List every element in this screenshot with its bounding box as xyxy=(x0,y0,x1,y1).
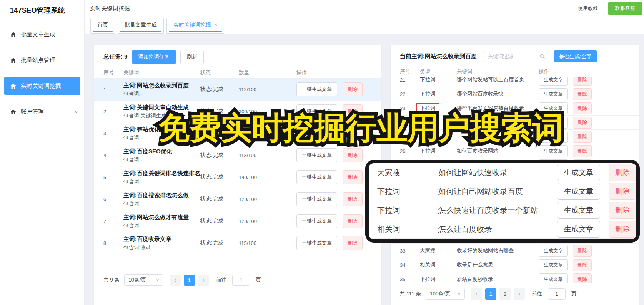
delete-button[interactable]: 删除 xyxy=(343,104,363,118)
keyword-type: 相关词 xyxy=(374,224,438,235)
generate-article-button[interactable]: 生成文章 xyxy=(539,245,568,257)
include-words: 包含词:收录 xyxy=(123,244,200,251)
next-page-button[interactable]: › xyxy=(514,288,525,300)
prev-page-button[interactable]: ‹ xyxy=(471,288,482,300)
page-number-button[interactable]: 1 xyxy=(184,275,195,286)
delete-button[interactable]: 删除 xyxy=(573,145,592,157)
table-row[interactable]: 23 下拉词 哪些平台发文容易被百度收录 生成文章 删除 xyxy=(391,101,639,116)
include-words: 包含词:- xyxy=(123,222,200,229)
next-page-button[interactable]: › xyxy=(198,275,209,286)
delete-button[interactable]: 删除 xyxy=(343,148,363,162)
main-keyword: 主词:百度搜索排名怎么做 xyxy=(123,191,200,199)
col-no: 序号 xyxy=(103,69,123,76)
refresh-button[interactable]: 刷新 xyxy=(180,50,204,64)
sidebar-item-label: 实时关键词挖掘 xyxy=(21,82,61,90)
delete-button[interactable]: 删除 xyxy=(573,273,592,283)
generate-article-button[interactable]: 生成文章 xyxy=(539,145,568,157)
include-words: 包含词:- xyxy=(123,178,200,185)
delete-button[interactable]: 删除 xyxy=(573,131,592,143)
generate-articles-button[interactable]: 一键生成文章 xyxy=(296,104,337,118)
generate-article-button[interactable]: 生成文章 xyxy=(539,88,568,100)
page-size-select[interactable]: 100条/页∨ xyxy=(426,288,465,300)
table-row[interactable]: 6 主词:百度搜索排名怎么做 包含词:- 状态:完成 120/100 一键生成文… xyxy=(94,188,381,210)
delete-button[interactable]: 删除 xyxy=(573,259,592,271)
tab[interactable]: 首页 xyxy=(90,18,115,34)
delete-button[interactable]: 删除 xyxy=(609,202,636,219)
row-status: 状态:完成 xyxy=(200,196,239,203)
keyword-text: 哪个网站发帖可以上百度首页 xyxy=(457,77,539,83)
goto-page-input[interactable] xyxy=(548,288,566,300)
table-row[interactable]: 25 大家搜 生成文章 删除 xyxy=(391,130,639,144)
table-row[interactable]: 34 相关词 收录是什么意思 生成文章 删除 xyxy=(391,258,639,272)
generate-article-button[interactable]: 生成文章 xyxy=(557,221,600,238)
generate-article-button[interactable]: 生成文章 xyxy=(539,117,568,129)
generate-articles-button[interactable]: 一键生成文章 xyxy=(296,214,337,228)
generate-article-button[interactable]: 生成文章 xyxy=(557,164,600,181)
sidebar-item[interactable]: 批量站点管理 ∨ xyxy=(0,51,84,69)
generate-articles-button[interactable]: 一键生成文章 xyxy=(296,126,337,140)
delete-button[interactable]: 删除 xyxy=(609,164,636,181)
sidebar-item[interactable]: 实时关键词挖掘 ∨ xyxy=(4,77,80,95)
contact-support-button[interactable]: 联系客服 xyxy=(608,2,642,15)
generate-all-filter-button[interactable]: 是否生成:全部 xyxy=(554,50,597,62)
tab-label: 批量文章生成 xyxy=(125,22,157,28)
delete-button[interactable]: 删除 xyxy=(343,236,363,250)
delete-button[interactable]: 删除 xyxy=(343,82,363,96)
table-row[interactable]: 8 主词:百度收录文章 包含词:收录 状态:完成 115/100 一键生成文章 … xyxy=(94,232,381,254)
table-row[interactable]: 33 大家搜 收录好的发帖网站有哪些 生成文章 删除 xyxy=(391,244,639,258)
generate-article-button[interactable]: 生成文章 xyxy=(539,259,568,271)
table-row[interactable]: 22 下拉词 哪个网站百度收录快 生成文章 删除 xyxy=(391,87,639,101)
sidebar-item[interactable]: 账户管理 ∨ xyxy=(0,102,84,121)
tab[interactable]: 实时关键词挖掘× xyxy=(166,18,224,34)
generate-articles-button[interactable]: 一键生成文章 xyxy=(296,192,337,206)
table-row[interactable]: 5 主词:百度关键词排名快速排名 包含词:- 状态:完成 140/100 一键生… xyxy=(94,166,381,188)
table-row[interactable]: 21 下拉词 哪个网站发帖可以上百度首页 生成文章 删除 xyxy=(391,77,639,87)
delete-button[interactable]: 删除 xyxy=(343,214,363,228)
table-row[interactable]: 4 主词:百度SEO优化 包含词:- 状态:完成 113/100 一键生成文章 … xyxy=(94,144,381,166)
goto-page-input[interactable] xyxy=(232,275,250,286)
delete-button[interactable]: 删除 xyxy=(573,117,592,129)
generate-article-button[interactable]: 生成文章 xyxy=(539,273,568,283)
prev-page-button[interactable]: ‹ xyxy=(170,275,181,286)
delete-button[interactable]: 删除 xyxy=(343,170,363,184)
delete-button[interactable]: 删除 xyxy=(343,192,363,206)
generate-articles-button[interactable]: 一键生成文章 xyxy=(296,170,337,184)
table-row[interactable]: 1 主词:网站怎么收录到百度 包含词:- 状态:完成 112/100 一键生成文… xyxy=(94,79,381,101)
total-tasks-label: 总任务: 9 xyxy=(103,53,128,60)
delete-button[interactable]: 删除 xyxy=(609,183,636,200)
delete-button[interactable]: 删除 xyxy=(573,88,592,100)
page-number-button[interactable]: 2 xyxy=(499,288,511,300)
generate-article-button[interactable]: 生成文章 xyxy=(539,77,568,86)
generate-articles-button[interactable]: 一键生成文章 xyxy=(296,82,337,96)
generate-article-button[interactable]: 生成文章 xyxy=(557,183,600,200)
tab-bar: 首页 批量文章生成 实时关键词挖掘× xyxy=(85,18,644,34)
home-icon xyxy=(10,109,17,115)
table-row[interactable]: 3 主词:整站优化 包含词:- 状态:完成 一键生成文章 删除 xyxy=(94,122,381,144)
page-number-button[interactable]: 1 xyxy=(485,288,496,300)
row-index: 26 xyxy=(400,148,420,154)
delete-button[interactable]: 删除 xyxy=(573,102,592,114)
sidebar-item[interactable]: 批量文章生成 ∨ xyxy=(0,25,84,44)
table-row[interactable]: 7 主词:网站怎么做才有流量 包含词:- 状态:完成 123/100 一键生成文… xyxy=(94,210,381,232)
table-row[interactable]: 26 下拉词 如何百度收录网站 生成文章 删除 xyxy=(391,144,639,158)
tutorial-button[interactable]: 使用教程 xyxy=(572,2,604,15)
close-icon[interactable]: × xyxy=(214,22,217,28)
delete-button[interactable]: 删除 xyxy=(609,221,636,238)
generate-article-button[interactable]: 生成文章 xyxy=(539,131,568,143)
delete-button[interactable]: 删除 xyxy=(343,126,363,140)
generate-articles-button[interactable]: 一键生成文章 xyxy=(296,236,337,250)
tab[interactable]: 批量文章生成 xyxy=(118,18,164,34)
table-row[interactable]: 35 下拉词 新站百度秒收录 生成文章 删除 xyxy=(391,272,639,283)
add-task-button[interactable]: 添加挖词任务 xyxy=(132,50,176,64)
table-row[interactable]: 24 下拉词 生成文章 删除 xyxy=(391,116,639,130)
delete-button[interactable]: 删除 xyxy=(573,245,592,257)
app-title: 147SEO管理系统 xyxy=(0,0,84,15)
page-size-select[interactable]: 10条/页∨ xyxy=(124,274,163,286)
generate-articles-button[interactable]: 一键生成文章 xyxy=(296,148,337,162)
generate-article-button[interactable]: 生成文章 xyxy=(557,202,600,219)
table-row[interactable]: 2 主词:关键词文章自动生成 包含词:关键词生成 状态:完成 100/100 一… xyxy=(94,101,381,122)
row-status: 状态:完成 xyxy=(200,174,239,181)
generate-article-button[interactable]: 生成文章 xyxy=(539,102,568,114)
delete-button[interactable]: 删除 xyxy=(573,77,592,86)
include-words: 包含词:- xyxy=(123,156,200,163)
